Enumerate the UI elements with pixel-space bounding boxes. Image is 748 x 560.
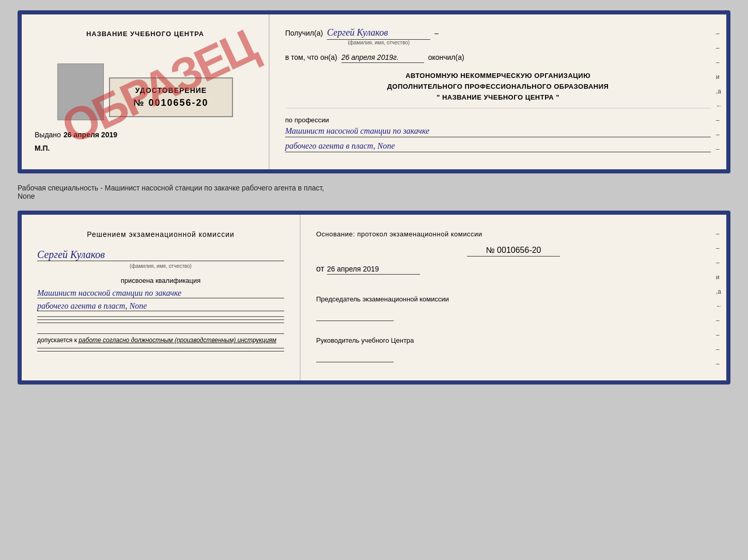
rukovod-label: Руководитель учебного Центра: [316, 337, 711, 362]
vtom-label: в том, что он(а): [285, 53, 337, 61]
blank-line-1: [37, 316, 284, 317]
prof-value-2: рабочего агента в пласт, None: [285, 141, 711, 152]
prisvoyena-label: присвоена квалификация: [37, 277, 284, 284]
qualif-line2: рабочего агента в пласт, None: [37, 301, 284, 311]
org-line2: ДОПОЛНИТЕЛЬНОГО ПРОФЕССИОНАЛЬНОГО ОБРАЗО…: [285, 82, 711, 92]
card2-left-panel: Решением экзаменационной комиссии Сергей…: [22, 215, 301, 380]
mp-label: М.П.: [35, 144, 256, 152]
osnov-title: Основание: протокол экзаменационной коми…: [316, 230, 711, 238]
description-area: Рабочая специальность - Машинист насосно…: [18, 184, 730, 200]
blank-line-2: [37, 319, 284, 320]
poluchil-name: Сергей Кулаков: [327, 27, 430, 40]
training-center-title: НАЗВАНИЕ УЧЕБНОГО ЦЕНТРА: [35, 30, 256, 38]
qualif-line1: Машинист насосной станции по закачке: [37, 289, 284, 298]
prof-label: по профессии: [285, 116, 711, 124]
blank-line-4: [37, 348, 284, 348]
cursive-name: Сергей Кулаков: [37, 249, 284, 261]
protokol-number: № 0010656-20: [467, 246, 560, 257]
card1-left-panel: НАЗВАНИЕ УЧЕБНОГО ЦЕНТРА ОБРАЗЕЦ УДОСТОВ…: [22, 14, 270, 169]
photo-placeholder: [57, 63, 104, 120]
okonchil-label: окончил(а): [428, 53, 464, 61]
ot-label: от: [316, 264, 324, 274]
card2-side-dashes: – – – и ,а ← – – – –: [716, 230, 722, 367]
certificate-card-1: НАЗВАНИЕ УЧЕБНОГО ЦЕНТРА ОБРАЗЕЦ УДОСТОВ…: [18, 10, 730, 173]
predsedatel-sign-line: [316, 311, 394, 321]
watermark-area: ОБРАЗЕЦ УДОСТОВЕРЕНИЕ № 0010656-20: [35, 48, 256, 120]
dopusk-label: допускается к: [37, 337, 77, 344]
vydano-line: Выдано 26 апреля 2019: [35, 131, 256, 139]
vtom-date: 26 апреля 2019г.: [341, 53, 424, 63]
protokol-number-block: № 0010656-20: [316, 246, 711, 259]
dopusk-value: работе согласно должностным (производств…: [79, 337, 276, 344]
poluchil-label: Получил(а): [285, 29, 323, 37]
ot-date: 26 апреля 2019: [327, 265, 420, 275]
udost-label: УДОСТОВЕРЕНИЕ: [115, 86, 227, 94]
vydano-date: 26 апреля 2019: [64, 131, 117, 139]
dash-symbol: –: [434, 29, 439, 37]
prof-value-1: Машинист насосной станции по закачке: [285, 126, 711, 137]
card2-right-panel: Основание: протокол экзаменационной коми…: [301, 215, 726, 380]
udost-block: УДОСТОВЕРЕНИЕ № 0010656-20: [109, 77, 233, 117]
dopuskaetsya-block: допускается к работе согласно должностны…: [37, 333, 284, 344]
predsedatel-label: Председатель экзаменационной комиссии: [316, 295, 711, 321]
blank-line-5: [37, 351, 284, 351]
rukovod-sign-line: [316, 352, 394, 362]
org-line3: " НАЗВАНИЕ УЧЕБНОГО ЦЕНТРА ": [285, 92, 711, 103]
poluchil-line: Получил(а) Сергей Кулаков (фамилия, имя,…: [285, 27, 711, 45]
fio-hint: (фамилия, имя, отчество): [327, 40, 430, 45]
blank-line-3: [37, 323, 284, 323]
reshenie-title: Решением экзаменационной комиссии: [37, 230, 284, 238]
ot-date-line: от 26 апреля 2019: [316, 264, 711, 285]
card1-right-panel: Получил(а) Сергей Кулаков (фамилия, имя,…: [270, 14, 726, 169]
vtom-line: в том, что он(а) 26 апреля 2019г. окончи…: [285, 53, 711, 63]
udost-number: № 0010656-20: [115, 98, 227, 108]
card2-fio-hint: (фамилия, имя, отчество): [37, 263, 284, 269]
vydano-label: Выдано: [35, 131, 61, 139]
description-line2: None: [18, 192, 35, 200]
description-line1: Рабочая специальность - Машинист насосно…: [18, 184, 324, 192]
side-dashes-right: – – – и ,а ← – – –: [716, 30, 722, 153]
org-line1: АВТОНОМНУЮ НЕКОММЕРЧЕСКУЮ ОРГАНИЗАЦИЮ: [285, 71, 711, 82]
certificate-card-2: Решением экзаменационной комиссии Сергей…: [18, 211, 730, 385]
org-block: АВТОНОМНУЮ НЕКОММЕРЧЕСКУЮ ОРГАНИЗАЦИЮ ДО…: [285, 71, 711, 108]
